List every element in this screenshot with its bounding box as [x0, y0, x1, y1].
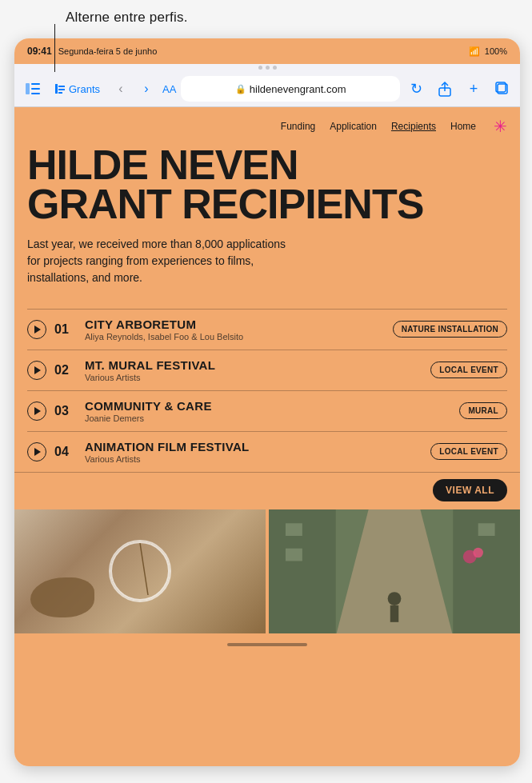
- recipient-item: 03 COMMUNITY & CARE Joanie Demers MURAL: [27, 390, 507, 431]
- recipients-list: 01 CITY ARBORETUM Aliya Reynolds, Isabel…: [14, 309, 520, 472]
- recipient-number-2: 02: [54, 363, 77, 378]
- recipient-number-3: 03: [54, 404, 77, 418]
- wifi-percent: 100%: [485, 46, 507, 56]
- recipient-info-2: MT. MURAL FESTIVAL Various Artists: [85, 358, 422, 382]
- play-button-2[interactable]: [27, 361, 46, 380]
- recipient-artists-4: Various Artists: [85, 454, 422, 464]
- tooltip-line: [54, 24, 55, 72]
- bookmarks-button[interactable]: Grants: [48, 80, 106, 98]
- svg-point-12: [110, 541, 170, 601]
- play-icon-3: [34, 407, 41, 415]
- nav-link-funding[interactable]: Funding: [281, 121, 315, 132]
- recipient-name-2: MT. MURAL FESTIVAL: [85, 358, 422, 372]
- recipient-tag-2[interactable]: LOCAL EVENT: [430, 362, 507, 378]
- svg-rect-2: [31, 88, 40, 90]
- recipient-tag-4[interactable]: LOCAL EVENT: [430, 443, 507, 460]
- view-all-button[interactable]: VIEW ALL: [433, 479, 507, 501]
- reader-mode-button[interactable]: AA: [162, 83, 176, 95]
- photo-cell-right: [269, 509, 520, 633]
- svg-rect-15: [269, 509, 336, 633]
- hero-title: HILDE NEVENGRANT RECIPIENTS: [27, 146, 507, 225]
- status-time: 09:41: [27, 46, 52, 57]
- share-button[interactable]: [434, 78, 456, 100]
- recipient-name-1: CITY ARBORETUM: [85, 318, 385, 331]
- browser-chrome: Grants ‹ › AA 🔒 hildenevengrant.com ↻: [14, 71, 520, 107]
- home-bar: [227, 643, 307, 646]
- nav-link-home[interactable]: Home: [450, 121, 476, 132]
- recipient-item: 02 MT. MURAL FESTIVAL Various Artists LO…: [27, 350, 507, 390]
- recipient-info-3: COMMUNITY & CARE Joanie Demers: [85, 399, 451, 423]
- recipient-info-1: CITY ARBORETUM Aliya Reynolds, Isabel Fo…: [85, 318, 385, 342]
- recipient-artists-2: Various Artists: [85, 373, 422, 382]
- recipient-tag-3[interactable]: MURAL: [459, 402, 507, 419]
- sidebar-toggle-button[interactable]: [21, 77, 45, 101]
- recipient-info-4: ANIMATION FILM FESTIVAL Various Artists: [85, 440, 422, 464]
- svg-rect-18: [286, 523, 302, 536]
- wifi-icon: 📶: [469, 46, 480, 57]
- photo-grid: [14, 509, 520, 633]
- stone-decoration: [30, 577, 94, 617]
- play-icon-1: [34, 326, 41, 334]
- forward-button[interactable]: ›: [135, 78, 158, 100]
- dot-2: [266, 66, 270, 70]
- recipient-item: 01 CITY ARBORETUM Aliya Reynolds, Isabel…: [27, 309, 507, 350]
- status-bar: 09:41 Segunda-feira 5 de junho 📶 100%: [14, 38, 520, 64]
- dot-3: [273, 66, 277, 70]
- photo-cell-left: [14, 509, 266, 633]
- nav-link-application[interactable]: Application: [330, 121, 377, 132]
- svg-rect-3: [31, 93, 40, 94]
- home-indicator: [14, 633, 520, 656]
- nav-link-recipients[interactable]: Recipients: [391, 121, 436, 132]
- recipient-tag-1[interactable]: NATURE INSTALLATION: [393, 321, 507, 338]
- add-tab-button[interactable]: +: [462, 78, 485, 100]
- website-content: Funding Application Recipients Home ✳ HI…: [14, 107, 520, 766]
- recipient-artists-3: Joanie Demers: [85, 413, 451, 423]
- svg-rect-7: [58, 92, 62, 94]
- address-bar[interactable]: 🔒 hildenevengrant.com: [181, 76, 400, 102]
- play-icon-2: [34, 366, 41, 374]
- three-dots-bar: [14, 64, 520, 71]
- website-nav: Funding Application Recipients Home ✳: [14, 107, 520, 142]
- hero-section: HILDE NEVENGRANT RECIPIENTS Last year, w…: [14, 142, 520, 309]
- svg-rect-0: [26, 83, 30, 94]
- svg-rect-22: [390, 605, 398, 622]
- recipient-number-4: 04: [54, 445, 77, 459]
- url-text: hildenevengrant.com: [250, 83, 346, 95]
- recipient-number-1: 01: [54, 322, 77, 337]
- play-button-1[interactable]: [27, 320, 46, 339]
- view-all-row: VIEW ALL: [14, 472, 520, 509]
- svg-rect-6: [58, 89, 65, 90]
- toolbar-right: ↻ +: [405, 78, 514, 100]
- play-icon-4: [34, 448, 41, 456]
- svg-rect-4: [55, 84, 58, 94]
- toolbar-left: Grants ‹ ›: [21, 77, 158, 101]
- tabs-button[interactable]: [491, 78, 514, 100]
- recipient-name-3: COMMUNITY & CARE: [85, 399, 451, 413]
- play-button-4[interactable]: [27, 442, 46, 461]
- svg-point-24: [473, 547, 483, 557]
- svg-rect-19: [286, 548, 302, 561]
- lock-icon: 🔒: [235, 84, 246, 94]
- svg-rect-20: [478, 523, 495, 536]
- status-right: 📶 100%: [469, 46, 507, 57]
- ipad-frame: 09:41 Segunda-feira 5 de junho 📶 100%: [14, 38, 520, 766]
- reload-button[interactable]: ↻: [405, 78, 427, 100]
- svg-rect-1: [31, 83, 40, 85]
- bookmarks-label: Grants: [69, 83, 100, 95]
- dot-1: [258, 66, 262, 70]
- site-logo[interactable]: ✳: [494, 117, 507, 136]
- hero-subtitle: Last year, we received more than 8,000 a…: [27, 236, 299, 286]
- svg-rect-5: [58, 86, 65, 87]
- tooltip-text: Alterne entre perfis.: [66, 10, 188, 26]
- browser-toolbar: Grants ‹ › AA 🔒 hildenevengrant.com ↻: [14, 71, 520, 106]
- recipient-artists-1: Aliya Reynolds, Isabel Foo & Lou Belsito: [85, 332, 385, 342]
- play-button-3[interactable]: [27, 401, 46, 421]
- status-date: Segunda-feira 5 de junho: [58, 46, 158, 56]
- svg-line-13: [140, 543, 148, 595]
- back-button[interactable]: ‹: [110, 78, 132, 100]
- recipient-name-4: ANIMATION FILM FESTIVAL: [85, 440, 422, 453]
- svg-point-21: [388, 592, 402, 605]
- recipient-item: 04 ANIMATION FILM FESTIVAL Various Artis…: [27, 431, 507, 472]
